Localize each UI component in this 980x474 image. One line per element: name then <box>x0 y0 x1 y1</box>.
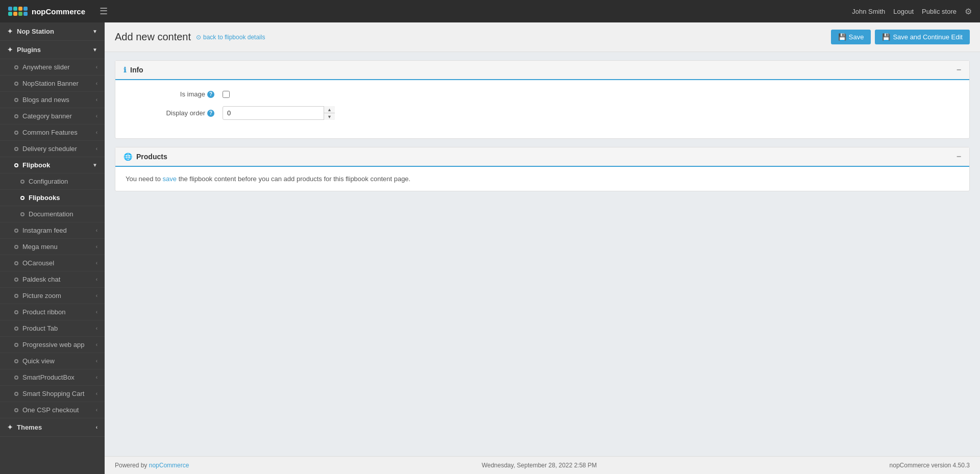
ocarousel-chevron: ‹ <box>96 260 97 266</box>
sidebar-item-blogs-news[interactable]: Blogs and news ‹ <box>0 92 105 108</box>
page-footer: Powered by nopCommerce Wednesday, Septem… <box>105 456 980 474</box>
page-header-left: Add new content ⊙ back to flipbook detai… <box>115 31 265 43</box>
info-card: ℹ Info − Is image ? <box>115 60 970 139</box>
footer-powered-link[interactable]: nopCommerce <box>149 462 189 469</box>
spin-up-button[interactable]: ▲ <box>324 106 335 113</box>
info-card-header-left: ℹ Info <box>124 66 143 74</box>
settings-icon[interactable]: ⚙ <box>965 7 972 16</box>
back-link[interactable]: ⊙ back to flipbook details <box>196 34 265 41</box>
product-ribbon-label: Product ribbon <box>22 308 66 316</box>
display-order-help-icon[interactable]: ? <box>207 110 214 117</box>
save-continue-button[interactable]: 💾 Save and Continue Edit <box>875 30 970 44</box>
sidebar-item-configuration[interactable]: Configuration <box>0 173 105 190</box>
smart-shopping-cart-chevron: ‹ <box>96 391 97 396</box>
is-image-checkbox[interactable] <box>223 91 230 98</box>
configuration-label: Configuration <box>29 178 68 185</box>
display-order-input[interactable] <box>223 106 335 120</box>
save-label: Save <box>849 33 864 41</box>
products-notice: You need to save the flipbook content be… <box>115 167 969 191</box>
info-card-minimize[interactable]: − <box>957 66 961 74</box>
delivery-scheduler-dot <box>14 147 18 151</box>
nopstation-label: Nop Station <box>17 28 54 35</box>
sidebar-item-flipbooks[interactable]: Flipbooks <box>0 190 105 206</box>
sidebar-item-smart-shopping-cart[interactable]: Smart Shopping Cart ‹ <box>0 386 105 402</box>
sidebar-item-flipbook[interactable]: Flipbook ▼ <box>0 157 105 173</box>
sidebar-item-nopstation-banner[interactable]: NopStation Banner ‹ <box>0 76 105 92</box>
is-image-label: Is image ? <box>131 90 223 98</box>
smart-shopping-cart-dot <box>14 392 18 396</box>
spin-down-button[interactable]: ▼ <box>324 113 335 120</box>
ocarousel-dot <box>14 261 18 265</box>
configuration-dot <box>20 180 24 184</box>
sidebar-item-mega-menu[interactable]: Mega menu ‹ <box>0 239 105 255</box>
number-spin: ▲ ▼ <box>324 106 335 120</box>
mega-menu-chevron: ‹ <box>96 244 97 250</box>
smart-product-box-dot <box>14 376 18 380</box>
is-image-row: Is image ? <box>131 90 954 98</box>
sidebar-plugins[interactable]: ✦ Plugins ▼ <box>0 41 105 59</box>
one-csp-checkout-label: One CSP checkout <box>22 406 79 414</box>
paldesk-chat-dot <box>14 278 18 282</box>
ocarousel-label: OCarousel <box>22 259 54 267</box>
sidebar-item-smart-product-box[interactable]: SmartProductBox ‹ <box>0 369 105 386</box>
logout-link[interactable]: Logout <box>893 8 914 15</box>
sidebar-item-progressive-web-app[interactable]: Progressive web app ‹ <box>0 337 105 353</box>
save-button[interactable]: 💾 Save <box>831 30 871 44</box>
footer-powered-text: Powered by <box>115 462 147 469</box>
products-card-minimize[interactable]: − <box>957 153 961 161</box>
anywhere-slider-label: Anywhere slider <box>22 63 70 71</box>
product-tab-dot <box>14 327 18 331</box>
one-csp-checkout-chevron: ‹ <box>96 407 97 413</box>
hamburger-icon[interactable]: ☰ <box>95 4 112 19</box>
plugins-chevron: ▼ <box>92 47 97 53</box>
anywhere-slider-chevron: ‹ <box>96 64 97 70</box>
main-content: ℹ Info − Is image ? <box>105 52 980 456</box>
sidebar-item-paldesk-chat[interactable]: Paldesk chat ‹ <box>0 271 105 288</box>
sidebar-item-product-ribbon[interactable]: Product ribbon ‹ <box>0 304 105 320</box>
sidebar: ✦ Nop Station ▼ ✦ Plugins ▼ Anywhere sli… <box>0 22 105 474</box>
sidebar-item-category-banner[interactable]: Category banner ‹ <box>0 108 105 124</box>
display-order-row: Display order ? ▲ ▼ <box>131 106 954 120</box>
paldesk-chat-chevron: ‹ <box>96 277 97 282</box>
themes-label: Themes <box>17 423 42 431</box>
sidebar-item-delivery-scheduler[interactable]: Delivery scheduler ‹ <box>0 141 105 157</box>
paldesk-chat-label: Paldesk chat <box>22 276 60 283</box>
public-store-link[interactable]: Public store <box>922 8 957 15</box>
products-notice-text-2: the flipbook content before you can add … <box>177 175 410 183</box>
sidebar-item-product-tab[interactable]: Product Tab ‹ <box>0 320 105 337</box>
products-notice-text-1: You need to <box>126 175 163 183</box>
sidebar-item-quick-view[interactable]: Quick view ‹ <box>0 353 105 369</box>
documentation-label: Documentation <box>29 210 73 218</box>
page-header-right: 💾 Save 💾 Save and Continue Edit <box>831 30 970 44</box>
product-tab-chevron: ‹ <box>96 326 97 331</box>
products-card-title: Products <box>136 153 167 161</box>
is-image-help-icon[interactable]: ? <box>207 91 214 98</box>
sidebar-themes[interactable]: ✦ Themes ‹ <box>0 418 105 437</box>
save-continue-icon: 💾 <box>882 33 890 41</box>
user-name: John Smith <box>852 8 885 15</box>
product-ribbon-dot <box>14 310 18 314</box>
globe-icon: 🌐 <box>124 153 132 161</box>
quick-view-dot <box>14 359 18 363</box>
instagram-feed-dot <box>14 229 18 233</box>
footer-powered: Powered by nopCommerce <box>115 462 189 469</box>
sidebar-item-one-csp-checkout[interactable]: One CSP checkout ‹ <box>0 402 105 418</box>
sidebar-item-common-features[interactable]: Common Features ‹ <box>0 124 105 141</box>
sidebar-item-documentation[interactable]: Documentation <box>0 206 105 222</box>
quick-view-label: Quick view <box>22 357 55 365</box>
product-tab-label: Product Tab <box>22 325 58 332</box>
back-icon: ⊙ <box>196 34 201 41</box>
info-icon: ℹ <box>124 66 126 74</box>
sidebar-item-picture-zoom[interactable]: Picture zoom ‹ <box>0 288 105 304</box>
sidebar-item-anywhere-slider[interactable]: Anywhere slider ‹ <box>0 59 105 76</box>
nopstation-banner-dot <box>14 82 18 86</box>
sidebar-item-ocarousel[interactable]: OCarousel ‹ <box>0 255 105 271</box>
sidebar-item-instagram-feed[interactable]: Instagram feed ‹ <box>0 222 105 239</box>
top-nav: nopCommerce ☰ John Smith Logout Public s… <box>0 0 980 22</box>
category-banner-label: Category banner <box>22 112 72 120</box>
mega-menu-dot <box>14 245 18 249</box>
picture-zoom-label: Picture zoom <box>22 292 61 300</box>
sidebar-nopstation[interactable]: ✦ Nop Station ▼ <box>0 22 105 41</box>
progressive-web-app-dot <box>14 343 18 347</box>
products-card-header: 🌐 Products − <box>115 147 969 167</box>
